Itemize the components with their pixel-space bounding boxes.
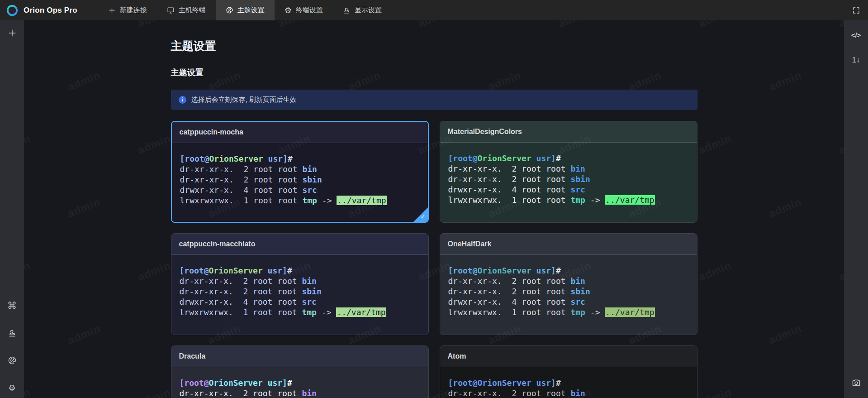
terminal-line: drwxr-xr-x. 4 root root src xyxy=(180,185,420,195)
terminal-line: dr-xr-xr-x. 2 root root sbin xyxy=(448,174,689,184)
terminal-line: dr-xr-xr-x. 2 root root bin xyxy=(180,276,420,286)
theme-name: Atom xyxy=(440,346,697,367)
nav-tab[interactable]: ⚙终端设置 xyxy=(275,0,333,20)
palette-icon xyxy=(226,6,233,14)
terminal-prompt: [root@OrionServer usr]# xyxy=(180,378,420,388)
theme-name: OneHalfDark xyxy=(440,234,697,255)
stamp-icon[interactable] xyxy=(0,324,24,342)
terminal-line: dr-xr-xr-x. 2 root root sbin xyxy=(180,174,420,185)
terminal-prompt: [root@OrionServer usr]# xyxy=(180,153,420,164)
terminal-line: lrwxrwxrwx. 1 root root tmp -> ../var/tm… xyxy=(180,195,420,206)
terminal-prompt: [root@OrionServer usr]# xyxy=(448,378,689,388)
app-logo-icon xyxy=(5,4,19,17)
section-title: 主题设置 xyxy=(171,67,697,78)
left-sidebar: ⌘⚙ xyxy=(0,20,24,398)
app-title: Orion Ops Pro xyxy=(24,6,77,15)
nav-tab[interactable]: 主机终端 xyxy=(157,0,216,20)
theme-card-catppuccin-macchiato[interactable]: catppuccin-macchiato [root@OrionServer u… xyxy=(171,233,429,335)
main-area: 主题设置 主题设置 i 选择后会立刻保存, 刷新页面后生效 catppuccin… xyxy=(24,20,844,398)
terminal-line: drwxr-xr-x. 4 root root src xyxy=(448,184,689,195)
sort-icon[interactable]: 1↓ xyxy=(844,51,868,69)
right-sidebar: </>1↓ xyxy=(844,20,868,398)
theme-card-OneHalfDark[interactable]: OneHalfDark [root@OrionServer usr]# dr-x… xyxy=(440,233,697,335)
terminal-line: dr-xr-xr-x. 2 root root bin xyxy=(448,163,689,174)
terminal-preview: [root@OrionServer usr]# dr-xr-xr-x. 2 ro… xyxy=(440,255,697,317)
terminal-line: drwxr-xr-x. 4 root root src xyxy=(448,297,689,307)
navbar: Orion Ops Pro 新建连接主机终端主题设置⚙终端设置显示设置 xyxy=(0,0,868,20)
right-sidebar-top-icons: </>1↓ xyxy=(844,26,868,69)
terminal-line: lrwxrwxrwx. 1 root root tmp -> ../var/tm… xyxy=(180,307,420,317)
terminal-preview: [root@OrionServer usr]# dr-xr-xr-x. 2 ro… xyxy=(171,255,428,317)
theme-grid: catppuccin-mocha [root@OrionServer usr]#… xyxy=(171,121,697,398)
palette-icon[interactable] xyxy=(0,351,24,369)
terminal-preview: [root@OrionServer usr]# dr-xr-xr-x. 2 ro… xyxy=(440,143,697,205)
terminal-line: lrwxrwxrwx. 1 root root tmp -> ../var/tm… xyxy=(448,195,689,205)
page-title: 主题设置 xyxy=(171,38,697,53)
nav-tab-label: 新建连接 xyxy=(120,6,147,14)
theme-card-MaterialDesignColors[interactable]: MaterialDesignColors [root@OrionServer u… xyxy=(440,121,697,223)
plus-icon[interactable] xyxy=(0,24,24,42)
fullscreen-icon[interactable] xyxy=(844,0,868,20)
terminal-line: dr-xr-xr-x. 2 root root bin xyxy=(180,388,420,398)
selected-corner: ✓ xyxy=(413,207,428,222)
terminal-line: dr-xr-xr-x. 2 root root bin xyxy=(448,276,689,286)
nav-tab-label: 显示设置 xyxy=(355,6,382,14)
selected-check-icon: ✓ xyxy=(421,213,426,220)
command-icon[interactable]: ⌘ xyxy=(0,296,24,314)
theme-card-Dracula[interactable]: Dracula [root@OrionServer usr]# dr-xr-xr… xyxy=(171,345,429,398)
theme-name: MaterialDesignColors xyxy=(440,121,697,143)
gear-icon: ⚙ xyxy=(285,6,292,14)
terminal-line: dr-xr-xr-x. 2 root root bin xyxy=(448,388,689,398)
plus-icon xyxy=(108,6,116,14)
theme-card-catppuccin-mocha[interactable]: catppuccin-mocha [root@OrionServer usr]#… xyxy=(171,121,429,223)
monitor-icon xyxy=(167,6,175,14)
nav-tab-label: 主题设置 xyxy=(237,6,265,14)
nav-tab[interactable]: 新建连接 xyxy=(98,0,157,20)
theme-name: catppuccin-mocha xyxy=(172,122,428,143)
nav-tabs: 新建连接主机终端主题设置⚙终端设置显示设置 xyxy=(98,0,392,20)
left-sidebar-bottom-icons: ⌘⚙ xyxy=(0,296,24,398)
terminal-prompt: [root@OrionServer usr]# xyxy=(180,265,420,276)
terminal-preview: [root@OrionServer usr]# dr-xr-xr-x. 2 ro… xyxy=(172,143,428,206)
nav-tab-label: 主机终端 xyxy=(179,6,206,14)
terminal-prompt: [root@OrionServer usr]# xyxy=(448,153,689,163)
stamp-icon xyxy=(343,6,351,14)
camera-icon[interactable] xyxy=(844,374,868,392)
terminal-line: dr-xr-xr-x. 2 root root sbin xyxy=(180,286,420,297)
info-banner: i 选择后会立刻保存, 刷新页面后生效 xyxy=(171,90,697,110)
terminal-line: dr-xr-xr-x. 2 root root bin xyxy=(180,164,420,174)
terminal-line: drwxr-xr-x. 4 root root src xyxy=(180,297,420,307)
terminal-preview: [root@OrionServer usr]# dr-xr-xr-x. 2 ro… xyxy=(440,367,697,398)
theme-name: Dracula xyxy=(171,346,428,367)
app-brand: Orion Ops Pro xyxy=(0,0,98,20)
terminal-line: dr-xr-xr-x. 2 root root sbin xyxy=(448,286,689,297)
terminal-prompt: [root@OrionServer usr]# xyxy=(448,265,689,276)
nav-tab-label: 终端设置 xyxy=(296,6,323,14)
code-icon[interactable]: </> xyxy=(844,26,868,44)
nav-tab[interactable]: 主题设置 xyxy=(216,0,275,20)
gear-icon[interactable]: ⚙ xyxy=(0,379,24,397)
terminal-line: lrwxrwxrwx. 1 root root tmp -> ../var/tm… xyxy=(448,307,689,317)
nav-tab[interactable]: 显示设置 xyxy=(333,0,392,20)
terminal-preview: [root@OrionServer usr]# dr-xr-xr-x. 2 ro… xyxy=(171,367,428,398)
theme-card-Atom[interactable]: Atom [root@OrionServer usr]# dr-xr-xr-x.… xyxy=(440,345,697,398)
theme-name: catppuccin-macchiato xyxy=(171,234,428,255)
info-banner-text: 选择后会立刻保存, 刷新页面后生效 xyxy=(191,96,297,104)
info-icon: i xyxy=(179,96,186,104)
